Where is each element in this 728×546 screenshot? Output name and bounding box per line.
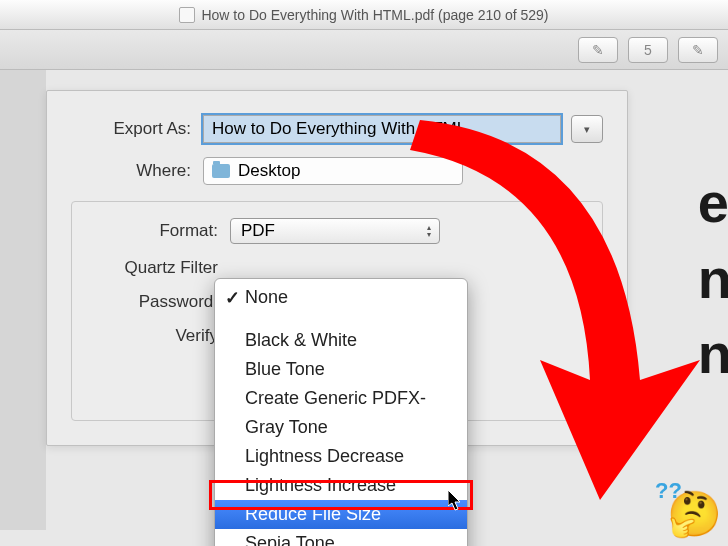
titlebar: How to Do Everything With HTML.pdf (page… [0, 0, 728, 30]
sidebar-background [0, 70, 46, 530]
toolbar: ✎ 5 ✎ [0, 30, 728, 70]
password-label: Password: [88, 292, 218, 312]
where-select[interactable]: Desktop [203, 157, 463, 185]
quartz-filter-label: Quartz Filter [88, 258, 218, 278]
menu-item-black-white[interactable]: Black & White [215, 326, 467, 355]
document-icon [179, 7, 195, 23]
window-title: How to Do Everything With HTML.pdf (page… [201, 7, 548, 23]
export-as-label: Export As: [71, 119, 191, 139]
verify-label: Verify [88, 326, 218, 346]
where-label: Where: [71, 161, 191, 181]
background-document-text: es nt n [698, 165, 728, 392]
question-marks-icon: ?? [655, 478, 682, 504]
menu-item-reduce-file-size[interactable]: Reduce File Size [215, 500, 467, 529]
folder-icon [212, 164, 230, 178]
menu-item-none[interactable]: None [215, 283, 467, 312]
export-filename-input[interactable] [203, 115, 561, 143]
menu-item-generic-pdfx[interactable]: Create Generic PDFX- [215, 384, 467, 413]
format-value: PDF [241, 221, 275, 241]
toolbar-edit-button[interactable]: ✎ [678, 37, 718, 63]
menu-item-sepia-tone[interactable]: Sepia Tone [215, 529, 467, 546]
quartz-filter-menu: None Black & White Blue Tone Create Gene… [214, 278, 468, 546]
disclosure-button[interactable] [571, 115, 603, 143]
format-label: Format: [88, 221, 218, 241]
toolbar-annotate-button[interactable]: ✎ [578, 37, 618, 63]
menu-item-lightness-increase[interactable]: Lightness Increase [215, 471, 467, 500]
toolbar-button-2[interactable]: 5 [628, 37, 668, 63]
menu-separator [215, 312, 467, 326]
menu-item-lightness-decrease[interactable]: Lightness Decrease [215, 442, 467, 471]
cursor-icon [448, 490, 466, 512]
menu-item-gray-tone[interactable]: Gray Tone [215, 413, 467, 442]
format-select[interactable]: PDF [230, 218, 440, 244]
where-value: Desktop [238, 161, 300, 181]
menu-item-blue-tone[interactable]: Blue Tone [215, 355, 467, 384]
